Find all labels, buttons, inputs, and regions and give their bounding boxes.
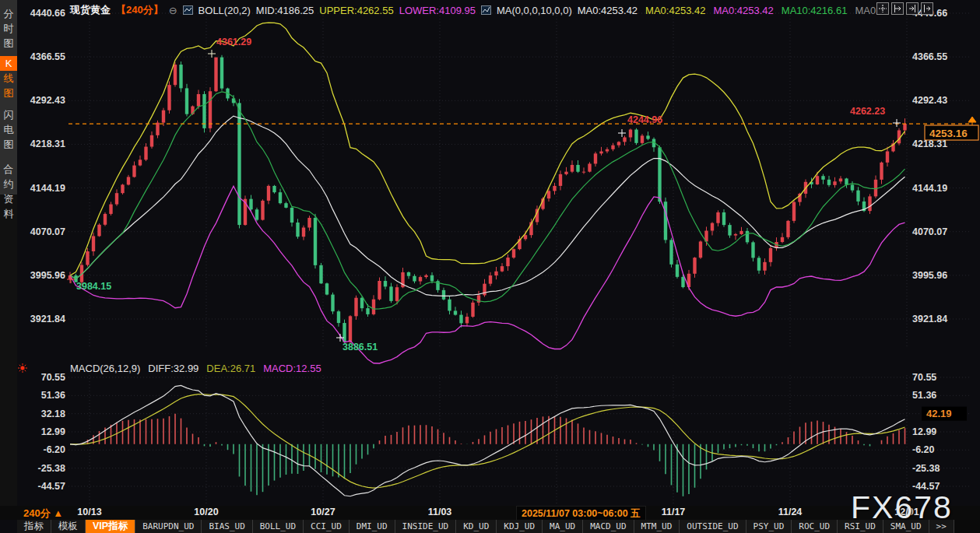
sidebar-tab-char: 时 <box>0 21 17 36</box>
svg-text:4292.43: 4292.43 <box>912 95 947 106</box>
sidebar-tab-char: 约 <box>0 177 17 191</box>
svg-text:3886.51: 3886.51 <box>342 342 378 352</box>
toolbar-item-cci_ud[interactable]: CCI_UD <box>304 520 349 533</box>
date-label: 11/24 <box>778 507 803 517</box>
svg-text:4262.23: 4262.23 <box>850 106 885 117</box>
sidebar-tab-char: 线 <box>0 71 17 86</box>
indicator-settings-icon[interactable] <box>17 363 28 377</box>
toolbar-item-rsi_ud[interactable]: RSI_UD <box>838 520 883 533</box>
toolbar-item-outside_ud[interactable]: OUTSIDE_UD <box>680 520 746 533</box>
date-axis-row: 240分 ▲ 10/1310/2010/2711/0311/1711/2412/… <box>0 506 980 520</box>
ma-indicator-icon[interactable] <box>481 5 491 15</box>
ma-value: MA0:4253.42 <box>578 5 638 16</box>
date-label: 12/01 <box>894 507 919 517</box>
svg-text:4144.19: 4144.19 <box>30 183 65 194</box>
toolbar-item-mtm_ud[interactable]: MTM_UD <box>634 520 680 533</box>
svg-text:-6.20: -6.20 <box>912 444 935 455</box>
svg-text:4366.55: 4366.55 <box>912 51 947 62</box>
svg-text:4361.29: 4361.29 <box>216 37 251 47</box>
svg-text:70.55: 70.55 <box>41 372 65 383</box>
svg-text:3995.96: 3995.96 <box>912 270 947 281</box>
boll-lower: LOWER:4109.95 <box>399 5 476 16</box>
ma-values: MA0:4253.42MA0:4253.42MA0:4253.42MA10:42… <box>578 5 884 16</box>
toolbar-item-ma_ud[interactable]: MA_UD <box>543 520 583 533</box>
svg-text:4440.66: 4440.66 <box>30 8 65 19</box>
svg-text:4070.07: 4070.07 <box>912 226 947 237</box>
toolbar-item-psy_ud[interactable]: PSY_UD <box>746 520 792 533</box>
toolbar-item-vip[interactable]: VIP指标 <box>86 520 135 533</box>
boll-indicator-icon[interactable] <box>183 5 193 15</box>
axis-scale-left-icon[interactable] <box>891 2 904 15</box>
date-label: 11/17 <box>662 507 686 517</box>
toolbar-item-[interactable]: 模板 <box>51 520 86 533</box>
indicator-toolbar: 指标模板VIP指标BARUPDN_UDBIAS_UDBOLL_UDCCI_UDD… <box>17 520 980 533</box>
boll-upper: UPPER:4262.55 <box>319 5 393 16</box>
sidebar-tab-char: 图 <box>0 86 17 100</box>
macd-dea-value: DEA:26.71 <box>206 363 255 374</box>
svg-text:4218.31: 4218.31 <box>912 139 947 149</box>
ma-value: MA0:4253.42 <box>645 5 705 16</box>
svg-text:42.19: 42.19 <box>926 408 952 419</box>
svg-text:3921.84: 3921.84 <box>30 314 65 324</box>
sidebar-tab-char: 电 <box>0 122 17 137</box>
date-label: 10/13 <box>77 507 101 517</box>
macd-name: MACD(26,12,9) <box>70 363 140 374</box>
toolbar-item-kd_ud[interactable]: KD_UD <box>456 520 497 533</box>
pan-right-icon[interactable] <box>921 2 933 15</box>
svg-text:4253.16: 4253.16 <box>929 128 968 139</box>
sidebar-tab-4[interactable]: 合约资料 <box>0 162 17 221</box>
svg-text:-25.38: -25.38 <box>912 463 940 474</box>
svg-text:4366.55: 4366.55 <box>30 51 65 62</box>
sidebar-tab-char: K <box>0 56 17 71</box>
candlestick-chart[interactable]: 4253.164440.664440.664366.554366.554292.… <box>0 0 980 506</box>
toolbar-item-[interactable]: >> <box>929 520 954 533</box>
ma-value: MA0:4253.42 <box>713 5 773 16</box>
date-label: 10/27 <box>311 507 335 517</box>
toolbar-item-inside_ud[interactable]: INSIDE_UD <box>395 520 457 533</box>
ma-name: MA(0,0,0,10,0,0) <box>497 5 572 16</box>
svg-text:3921.84: 3921.84 <box>912 314 947 324</box>
toolbar-item-roc_ud[interactable]: ROC_UD <box>792 520 838 533</box>
sidebar-tab-char: 分 <box>0 6 17 21</box>
macd-header: MACD(26,12,9) DIFF:32.99 DEA:26.71 MACD:… <box>70 363 321 374</box>
svg-text:4244.96: 4244.96 <box>627 114 662 125</box>
date-label: 11/03 <box>428 507 452 517</box>
period-marker[interactable]: 240分 ▲ <box>23 507 63 521</box>
sidebar-tab-char: 合 <box>0 162 17 177</box>
date-label: 10/20 <box>194 507 218 517</box>
sidebar: 分时图K线图闪电图合约资料 <box>0 0 17 506</box>
macd-macd-value: MACD:12.55 <box>263 363 321 374</box>
chart-header: 现货黄金 【240分】 ⊖ BOLL(20,2) MID:4186.25 UPP… <box>70 3 884 17</box>
boll-mid: MID:4186.25 <box>256 5 314 16</box>
ma-value: MA10:4216.61 <box>782 5 848 16</box>
sidebar-tab-3[interactable]: 闪电图 <box>0 107 17 152</box>
chart-tools <box>876 2 933 15</box>
sidebar-tab-char: 闪 <box>0 107 17 122</box>
toolbar-item-boll_ud[interactable]: BOLL_UD <box>253 520 304 533</box>
toolbar-item-dmi_ud[interactable]: DMI_UD <box>349 520 395 533</box>
svg-text:3984.15: 3984.15 <box>76 281 111 292</box>
chart-app: 4253.164440.664440.664366.554366.554292.… <box>0 0 980 533</box>
toolbar-item-sma_ud[interactable]: SMA_UD <box>883 520 929 533</box>
svg-text:4218.31: 4218.31 <box>30 139 65 149</box>
axis-scale-right-icon[interactable] <box>906 2 919 15</box>
period-label: 【240分】 <box>116 3 163 17</box>
crosshair-icon[interactable] <box>876 2 889 15</box>
svg-text:4070.07: 4070.07 <box>30 226 65 237</box>
sidebar-tab-1[interactable]: 分时图 <box>0 6 17 51</box>
collapse-icon[interactable]: ⊖ <box>169 5 177 16</box>
svg-text:70.55: 70.55 <box>912 372 936 383</box>
svg-text:51.36: 51.36 <box>912 390 936 401</box>
svg-text:12.99: 12.99 <box>41 426 65 437</box>
toolbar-item-bias_ud[interactable]: BIAS_UD <box>202 520 252 533</box>
svg-text:32.18: 32.18 <box>41 409 65 419</box>
toolbar-item-kdj_ud[interactable]: KDJ_UD <box>497 520 543 533</box>
svg-text:4144.19: 4144.19 <box>912 183 947 194</box>
svg-text:51.36: 51.36 <box>41 390 65 401</box>
sidebar-tab-2[interactable]: K线图 <box>0 56 17 100</box>
toolbar-item-macd_ud[interactable]: MACD_UD <box>583 520 634 533</box>
toolbar-item-[interactable]: 指标 <box>17 520 51 533</box>
toolbar-item-barupdn_ud[interactable]: BARUPDN_UD <box>135 520 202 533</box>
sidebar-tab-char: 料 <box>0 206 17 221</box>
svg-text:-44.57: -44.57 <box>912 481 940 492</box>
